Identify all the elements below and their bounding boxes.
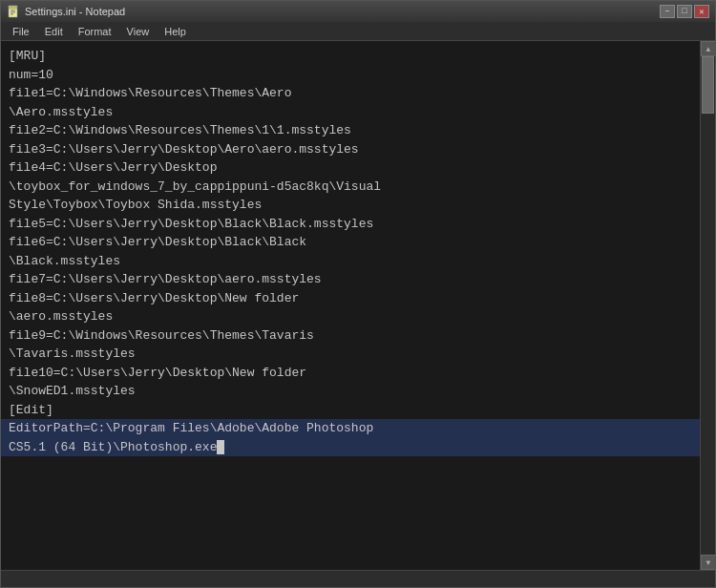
menu-view[interactable]: View	[119, 24, 158, 39]
cursor	[217, 440, 224, 454]
app-icon	[7, 5, 20, 18]
svg-rect-1	[9, 6, 17, 9]
window-title: Settings.ini - Notepad	[25, 6, 125, 17]
notepad-window: Settings.ini - Notepad – □ ✕ File Edit F…	[0, 0, 716, 588]
title-bar-left: Settings.ini - Notepad	[7, 5, 125, 18]
status-bar	[1, 570, 715, 587]
menu-edit[interactable]: Edit	[37, 24, 71, 39]
minimize-button[interactable]: –	[660, 5, 675, 18]
scrollbar-up-button[interactable]: ▲	[701, 41, 715, 56]
vertical-scrollbar[interactable]: ▲ ▼	[700, 41, 715, 570]
content-area: [MRU] num=10 file1=C:\Windows\Resources\…	[1, 41, 715, 570]
title-bar: Settings.ini - Notepad – □ ✕	[1, 1, 715, 22]
menu-bar: File Edit Format View Help	[1, 22, 715, 41]
close-button[interactable]: ✕	[694, 5, 709, 18]
menu-file[interactable]: File	[5, 24, 37, 39]
text-editor[interactable]: [MRU] num=10 file1=C:\Windows\Resources\…	[1, 41, 700, 570]
highlighted-text-block: EditorPath=C:\Program Files\Adobe\Adobe …	[1, 419, 700, 456]
menu-help[interactable]: Help	[157, 24, 194, 39]
maximize-button[interactable]: □	[677, 5, 692, 18]
title-bar-controls: – □ ✕	[660, 5, 709, 18]
menu-format[interactable]: Format	[71, 24, 119, 39]
scrollbar-thumb[interactable]	[702, 56, 714, 114]
scrollbar-down-button[interactable]: ▼	[701, 555, 715, 570]
text-line-1: [MRU] num=10 file1=C:\Windows\Resources\…	[9, 49, 381, 417]
scrollbar-track[interactable]	[701, 56, 715, 555]
